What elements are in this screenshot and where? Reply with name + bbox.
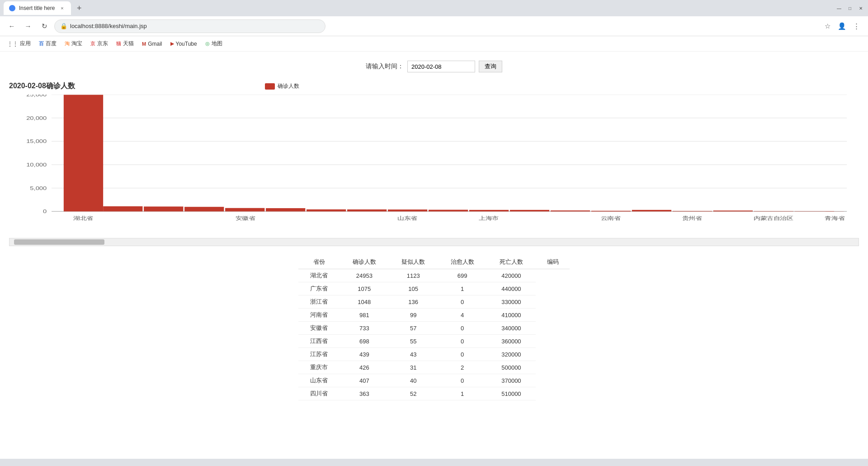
- chart-scrollbar[interactable]: [9, 238, 859, 246]
- window-controls: — □ ✕: [835, 5, 864, 12]
- table-row: 广东省10751051440000: [298, 282, 570, 295]
- svg-rect-22: [469, 210, 509, 211]
- table-row: 安徽省733570340000: [298, 322, 570, 335]
- new-tab-button[interactable]: +: [73, 2, 85, 14]
- table-cell: 440000: [487, 282, 536, 295]
- bookmark-baidu-label: 百度: [46, 40, 57, 48]
- scrollbar-thumb[interactable]: [14, 239, 104, 245]
- gmail-icon: M: [142, 41, 146, 47]
- forward-button[interactable]: →: [22, 20, 34, 33]
- table-cell: 广东省: [298, 282, 340, 295]
- svg-text:云南省: 云南省: [601, 215, 621, 221]
- svg-rect-16: [225, 208, 264, 212]
- svg-rect-29: [754, 211, 793, 212]
- table-cell: 浙江省: [298, 295, 340, 309]
- bookmark-baidu[interactable]: 百 百度: [35, 38, 60, 49]
- bookmark-tianmao[interactable]: 猫 天猫: [113, 38, 137, 49]
- date-input[interactable]: [407, 61, 475, 72]
- table-cell: 52: [389, 387, 438, 400]
- tab-close-button[interactable]: ×: [58, 5, 66, 12]
- table-cell: 1075: [340, 282, 389, 295]
- svg-rect-27: [673, 211, 712, 211]
- address-bar[interactable]: 🔒 localhost:8888/keshi/main.jsp: [54, 19, 326, 33]
- refresh-button[interactable]: ↻: [38, 20, 51, 33]
- table-cell: 24953: [340, 269, 389, 282]
- table-cell: 105: [389, 282, 438, 295]
- bookmark-jd[interactable]: 京 京东: [87, 38, 112, 49]
- bookmark-gmail-label: Gmail: [148, 41, 162, 47]
- baidu-icon: 百: [39, 40, 44, 47]
- table-cell: 江西省: [298, 335, 340, 348]
- svg-rect-20: [388, 209, 427, 211]
- back-button[interactable]: ←: [5, 20, 18, 33]
- legend-label: 确诊人数: [278, 82, 299, 90]
- col-header-deaths: 死亡人数: [487, 255, 536, 269]
- menu-icon[interactable]: ⋮: [850, 20, 863, 33]
- table-cell: 江苏省: [298, 348, 340, 361]
- table-cell: 99: [389, 309, 438, 322]
- table-cell: 510000: [487, 387, 536, 400]
- chart-title-row: 2020-02-08确诊人数 确诊人数: [9, 81, 859, 91]
- nav-icons-right: ☆ 👤 ⋮: [821, 20, 863, 33]
- table-cell: 0: [438, 335, 486, 348]
- minimize-button[interactable]: —: [835, 5, 843, 12]
- profile-icon[interactable]: 👤: [835, 20, 848, 33]
- table-cell: 330000: [487, 295, 536, 309]
- chart-title: 2020-02-08确诊人数: [9, 81, 75, 91]
- taobao-icon: 淘: [65, 40, 70, 47]
- table-cell: 0: [438, 348, 486, 361]
- svg-rect-17: [266, 208, 305, 211]
- address-text: localhost:8888/keshi/main.jsp: [70, 23, 147, 29]
- svg-text:安徽省: 安徽省: [236, 215, 255, 221]
- svg-text:20,000: 20,000: [26, 115, 47, 121]
- table-cell: 320000: [487, 348, 536, 361]
- maximize-button[interactable]: □: [846, 5, 854, 12]
- bookmark-apps[interactable]: ⋮⋮ 应用: [4, 38, 34, 49]
- bookmark-taobao[interactable]: 淘 淘宝: [61, 38, 86, 49]
- table-cell: 重庆市: [298, 361, 340, 374]
- tab-title: Insert title here: [19, 5, 55, 11]
- bookmark-icon[interactable]: ☆: [821, 20, 834, 33]
- svg-rect-14: [144, 206, 183, 211]
- svg-rect-23: [510, 210, 549, 211]
- col-header-province: 省份: [298, 255, 340, 269]
- table-cell: 0: [438, 374, 486, 387]
- bookmark-gmail[interactable]: M Gmail: [138, 39, 166, 49]
- query-button[interactable]: 查询: [479, 61, 502, 72]
- table-cell: 湖北省: [298, 269, 340, 282]
- table-cell: 426: [340, 361, 389, 374]
- svg-text:贵州省: 贵州省: [682, 215, 702, 221]
- table-row: 江苏省439430320000: [298, 348, 570, 361]
- bookmark-jd-label: 京东: [97, 40, 108, 48]
- bookmark-map[interactable]: ◎ 地图: [202, 38, 226, 49]
- bookmark-apps-label: 应用: [20, 40, 31, 48]
- bookmark-youtube[interactable]: ▶ YouTube: [167, 39, 201, 49]
- legend-color-box: [265, 83, 275, 90]
- close-button[interactable]: ✕: [857, 5, 864, 12]
- chart-section: 2020-02-08确诊人数 确诊人数 25,000 20,000 15,000: [9, 81, 859, 246]
- table-cell: 0: [438, 322, 486, 335]
- table-cell: 370000: [487, 374, 536, 387]
- svg-text:15,000: 15,000: [26, 138, 47, 144]
- browser-tab[interactable]: Insert title here ×: [4, 1, 71, 15]
- table-row: 江西省698550360000: [298, 335, 570, 348]
- table-cell: 四川省: [298, 387, 340, 400]
- bookmark-map-label: 地图: [212, 40, 222, 48]
- svg-rect-15: [184, 207, 224, 211]
- svg-text:内蒙古自治区: 内蒙古自治区: [754, 215, 793, 221]
- svg-rect-26: [632, 210, 671, 211]
- svg-rect-21: [429, 210, 468, 212]
- svg-rect-28: [713, 210, 753, 211]
- table-cell: 山东省: [298, 374, 340, 387]
- bookmark-youtube-label: YouTube: [176, 41, 197, 47]
- table-row: 山东省407400370000: [298, 374, 570, 387]
- table-cell: 363: [340, 387, 389, 400]
- table-cell: 981: [340, 309, 389, 322]
- table-cell: 733: [340, 322, 389, 335]
- table-cell: 31: [389, 361, 438, 374]
- svg-text:山东省: 山东省: [397, 215, 417, 221]
- map-icon: ◎: [205, 41, 210, 47]
- table-cell: 410000: [487, 309, 536, 322]
- table-cell: 55: [389, 335, 438, 348]
- svg-rect-24: [551, 210, 590, 211]
